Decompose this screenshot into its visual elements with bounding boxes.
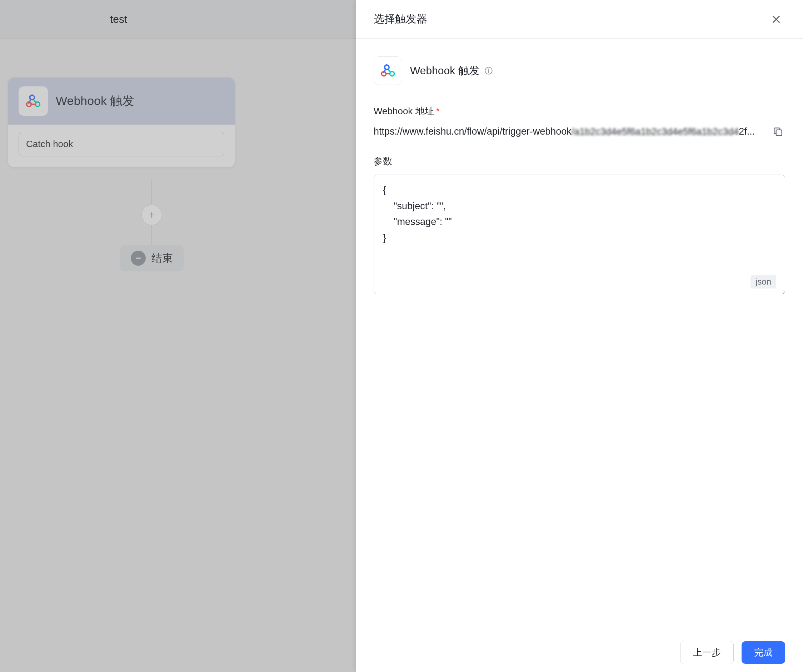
params-textarea-wrapper: json — [374, 175, 785, 295]
panel-header: 选择触发器 — [356, 0, 803, 39]
panel-content: Webhook 触发 Webhook 地址 * https://www.feis… — [356, 39, 803, 633]
url-suffix: 2f... — [739, 126, 755, 137]
node-body — [8, 125, 235, 167]
field-label-text: 参数 — [374, 155, 392, 167]
end-node[interactable]: 结束 — [120, 245, 184, 271]
trigger-title-row: Webhook 触发 — [410, 63, 493, 78]
done-button[interactable]: 完成 — [741, 641, 785, 664]
workflow-title: test — [110, 13, 127, 25]
connector-line — [151, 180, 152, 205]
field-label-text: Webhook 地址 — [374, 105, 434, 117]
trigger-config-panel: 选择触发器 Webhook 触发 — [356, 0, 803, 672]
webhook-url-section: Webhook 地址 * https://www.feishu.cn/flow/… — [374, 105, 785, 139]
svg-rect-8 — [776, 130, 782, 136]
copy-url-button[interactable] — [771, 125, 785, 139]
params-section: 参数 json — [374, 155, 785, 295]
close-button[interactable] — [767, 10, 785, 28]
end-label: 结束 — [151, 251, 173, 266]
required-indicator: * — [436, 106, 440, 117]
panel-footer: 上一步 完成 — [356, 633, 803, 672]
prev-button[interactable]: 上一步 — [680, 641, 734, 664]
webhook-url-value[interactable]: https://www.feishu.cn/flow/api/trigger-w… — [374, 126, 762, 138]
connector-line — [151, 225, 152, 245]
info-icon[interactable] — [484, 66, 493, 75]
node-title: Webhook 触发 — [56, 93, 134, 109]
workflow-trigger-node[interactable]: Webhook 触发 — [8, 78, 235, 167]
params-label: 参数 — [374, 155, 785, 167]
url-prefix: https://www.feishu.cn/flow/api/trigger-w… — [374, 126, 572, 137]
svg-point-7 — [488, 68, 489, 70]
format-badge: json — [751, 275, 776, 289]
node-connector: 结束 — [120, 180, 184, 271]
webhook-url-row: https://www.feishu.cn/flow/api/trigger-w… — [374, 125, 785, 139]
panel-title: 选择触发器 — [374, 12, 427, 26]
webhook-url-label: Webhook 地址 * — [374, 105, 785, 117]
trigger-title: Webhook 触发 — [410, 63, 480, 78]
svg-point-5 — [385, 65, 389, 69]
params-textarea[interactable] — [374, 175, 785, 294]
end-icon — [131, 251, 146, 266]
add-node-button[interactable] — [141, 205, 162, 225]
webhook-icon — [19, 86, 48, 116]
trigger-header: Webhook 触发 — [374, 57, 785, 85]
webhook-icon — [374, 57, 402, 85]
node-action-input[interactable] — [19, 132, 224, 156]
url-redacted: /a1b2c3d4e5f6a1b2c3d4e5f6a1b2c3d4 — [572, 127, 739, 138]
svg-point-2 — [30, 95, 35, 100]
node-header: Webhook 触发 — [8, 78, 235, 125]
